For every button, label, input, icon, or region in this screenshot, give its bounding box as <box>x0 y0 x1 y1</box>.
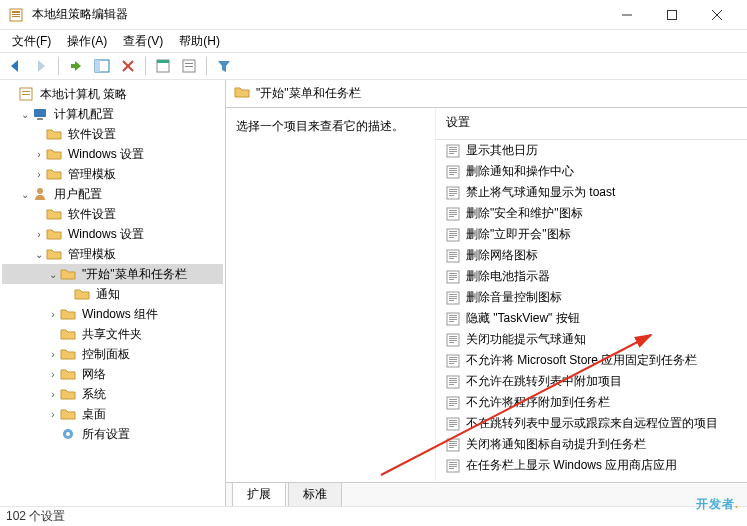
detail-heading: "开始"菜单和任务栏 <box>256 85 361 102</box>
statusbar: 102 个设置 <box>0 506 747 526</box>
setting-item[interactable]: 不允许在跳转列表中附加项目 <box>436 371 747 392</box>
svg-rect-17 <box>185 63 193 64</box>
setting-item[interactable]: 在任务栏上显示 Windows 应用商店应用 <box>436 455 747 476</box>
toolbar-separator <box>58 57 59 75</box>
setting-item[interactable]: 删除通知和操作中心 <box>436 161 747 182</box>
tree-desktop[interactable]: ›桌面 <box>2 404 223 424</box>
setting-item[interactable]: 删除"安全和维护"图标 <box>436 203 747 224</box>
tree-notifications[interactable]: ›通知 <box>2 284 223 304</box>
svg-rect-101 <box>449 445 457 446</box>
policy-item-icon <box>446 291 460 305</box>
tree-pane[interactable]: ▾ 本地计算机 策略 ⌄ 计算机配置 ›软件设置 ›Windows 设置 ›管理… <box>0 80 226 506</box>
svg-rect-80 <box>449 359 457 360</box>
tree-c-windows[interactable]: ›Windows 设置 <box>2 144 223 164</box>
folder-icon <box>60 326 76 342</box>
toolbar-separator <box>206 57 207 75</box>
tab-extended[interactable]: 扩展 <box>232 482 286 506</box>
tree-network[interactable]: ›网络 <box>2 364 223 384</box>
show-hide-tree-button[interactable] <box>91 55 113 77</box>
svg-rect-106 <box>449 466 457 467</box>
policy-icon <box>18 86 34 102</box>
tree-user-config[interactable]: ⌄ 用户配置 <box>2 184 223 204</box>
folder-icon <box>60 346 76 362</box>
folder-icon <box>46 246 62 262</box>
delete-button[interactable] <box>117 55 139 77</box>
tree-start-taskbar[interactable]: ⌄"开始"菜单和任务栏 <box>2 264 223 284</box>
tree-computer-config[interactable]: ⌄ 计算机配置 <box>2 104 223 124</box>
policy-item-icon <box>446 228 460 242</box>
setting-item[interactable]: 删除音量控制图标 <box>436 287 747 308</box>
svg-rect-62 <box>449 279 454 280</box>
settings-list[interactable]: 设置 显示其他日历删除通知和操作中心禁止将气球通知显示为 toast删除"安全和… <box>436 108 747 482</box>
menu-view[interactable]: 查看(V) <box>115 31 171 52</box>
policy-item-icon <box>446 165 460 179</box>
svg-rect-34 <box>449 168 457 169</box>
svg-rect-86 <box>449 382 457 383</box>
tree-win-components[interactable]: ›Windows 组件 <box>2 304 223 324</box>
svg-rect-90 <box>449 401 457 402</box>
menu-action[interactable]: 操作(A) <box>59 31 115 52</box>
setting-label: 不在跳转列表中显示或跟踪来自远程位置的项目 <box>466 415 718 432</box>
setting-item[interactable]: 删除电池指示器 <box>436 266 747 287</box>
tree-c-software[interactable]: ›软件设置 <box>2 124 223 144</box>
properties-button[interactable] <box>152 55 174 77</box>
description-column: 选择一个项目来查看它的描述。 <box>226 108 436 482</box>
forward-button[interactable] <box>30 55 52 77</box>
setting-item[interactable]: 关闭功能提示气球通知 <box>436 329 747 350</box>
tree-control-panel[interactable]: ›控制面板 <box>2 344 223 364</box>
setting-item[interactable]: 不允许将 Microsoft Store 应用固定到任务栏 <box>436 350 747 371</box>
svg-rect-35 <box>449 170 457 171</box>
maximize-button[interactable] <box>649 0 694 30</box>
back-button[interactable] <box>4 55 26 77</box>
setting-label: 隐藏 "TaskView" 按钮 <box>466 310 580 327</box>
svg-rect-71 <box>449 319 457 320</box>
policy-item-icon <box>446 249 460 263</box>
policy-item-icon <box>446 186 460 200</box>
setting-item[interactable]: 关闭将通知图标自动提升到任务栏 <box>436 434 747 455</box>
menu-help[interactable]: 帮助(H) <box>171 31 228 52</box>
menu-file[interactable]: 文件(F) <box>4 31 59 52</box>
close-button[interactable] <box>694 0 739 30</box>
filter-button[interactable] <box>213 55 235 77</box>
setting-label: 不允许将 Microsoft Store 应用固定到任务栏 <box>466 352 697 369</box>
folder-icon <box>60 406 76 422</box>
setting-item[interactable]: 显示其他日历 <box>436 140 747 161</box>
svg-rect-67 <box>449 300 454 301</box>
setting-label: 不允许在跳转列表中附加项目 <box>466 373 622 390</box>
setting-item[interactable]: 隐藏 "TaskView" 按钮 <box>436 308 747 329</box>
setting-item[interactable]: 删除网络图标 <box>436 245 747 266</box>
setting-label: 删除"安全和维护"图标 <box>466 205 583 222</box>
svg-rect-24 <box>37 118 43 120</box>
tree-u-admin[interactable]: ⌄管理模板 <box>2 244 223 264</box>
setting-item[interactable]: 不允许将程序附加到任务栏 <box>436 392 747 413</box>
tree-system[interactable]: ›系统 <box>2 384 223 404</box>
setting-label: 不允许将程序附加到任务栏 <box>466 394 610 411</box>
column-header-setting[interactable]: 设置 <box>436 108 747 140</box>
up-button[interactable] <box>65 55 87 77</box>
svg-rect-76 <box>449 340 457 341</box>
setting-item[interactable]: 不在跳转列表中显示或跟踪来自远程位置的项目 <box>436 413 747 434</box>
svg-rect-45 <box>449 212 457 213</box>
setting-item[interactable]: 禁止将气球通知显示为 toast <box>436 182 747 203</box>
svg-rect-74 <box>449 336 457 337</box>
tree-u-windows[interactable]: ›Windows 设置 <box>2 224 223 244</box>
svg-rect-52 <box>449 237 454 238</box>
svg-rect-84 <box>449 378 457 379</box>
refresh-button[interactable] <box>178 55 200 77</box>
svg-rect-82 <box>449 363 454 364</box>
tree-shared-folders[interactable]: ›共享文件夹 <box>2 324 223 344</box>
tree-all-settings[interactable]: ›所有设置 <box>2 424 223 444</box>
svg-rect-32 <box>449 153 454 154</box>
minimize-button[interactable] <box>604 0 649 30</box>
setting-item[interactable]: 删除"立即开会"图标 <box>436 224 747 245</box>
tree-root[interactable]: ▾ 本地计算机 策略 <box>2 84 223 104</box>
tree-c-admin[interactable]: ›管理模板 <box>2 164 223 184</box>
svg-line-7 <box>712 10 722 20</box>
computer-icon <box>32 106 48 122</box>
setting-label: 显示其他日历 <box>466 142 538 159</box>
svg-rect-99 <box>449 441 457 442</box>
svg-rect-37 <box>449 174 454 175</box>
tab-standard[interactable]: 标准 <box>288 482 342 506</box>
folder-icon <box>60 266 76 282</box>
tree-u-software[interactable]: ›软件设置 <box>2 204 223 224</box>
